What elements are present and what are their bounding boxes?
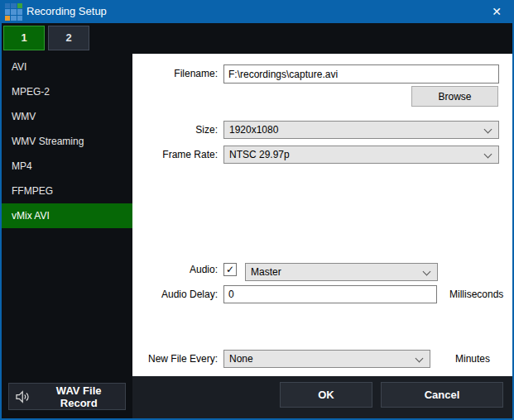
filename-input[interactable] xyxy=(223,64,499,84)
cancel-button[interactable]: Cancel xyxy=(381,382,503,408)
settings-panel: Filename: Browse Size: 1920x1080 Frame R… xyxy=(132,54,512,376)
close-icon[interactable]: ✕ xyxy=(483,0,511,23)
sidebar-item-mp4[interactable]: MP4 xyxy=(2,154,132,179)
sidebar-item-mpeg2[interactable]: MPEG-2 xyxy=(2,79,132,104)
sidebar-item-avi[interactable]: AVI xyxy=(2,55,132,79)
browse-button[interactable]: Browse xyxy=(411,86,498,107)
ok-button[interactable]: OK xyxy=(280,382,372,408)
audio-delay-unit-label: Milliseconds xyxy=(449,285,503,303)
dialog-body: 1 2 AVI MPEG-2 WMV WMV Streaming MP4 FFM… xyxy=(2,23,512,418)
audio-source-value: Master xyxy=(251,266,281,278)
new-file-every-value: None xyxy=(229,353,253,365)
sidebar-item-vmix-avi[interactable]: vMix AVI xyxy=(2,203,132,228)
new-file-every-select[interactable]: None xyxy=(223,350,430,368)
audio-delay-input[interactable] xyxy=(223,285,437,303)
sidebar-item-wmv[interactable]: WMV xyxy=(2,104,132,129)
audio-delay-label: Audio Delay: xyxy=(132,285,218,303)
sidebar-item-ffmpeg[interactable]: FFMPEG xyxy=(2,179,132,203)
chevron-down-icon xyxy=(423,268,431,276)
framerate-value: NTSC 29.97p xyxy=(229,149,290,160)
new-file-every-label: New File Every: xyxy=(132,350,218,368)
new-file-unit-label: Minutes xyxy=(455,350,490,368)
bottom-bar: OK Cancel xyxy=(132,376,512,418)
speaker-icon xyxy=(16,390,30,403)
size-select[interactable]: 1920x1080 xyxy=(223,121,499,139)
sidebar-item-wmv-streaming[interactable]: WMV Streaming xyxy=(2,129,132,154)
framerate-label: Frame Rate: xyxy=(132,146,218,164)
filename-label: Filename: xyxy=(132,64,218,84)
audio-label: Audio: xyxy=(132,260,218,279)
framerate-select[interactable]: NTSC 29.97p xyxy=(223,146,499,164)
chevron-down-icon xyxy=(484,126,492,134)
window-title: Recording Setup xyxy=(26,0,107,23)
audio-source-select[interactable]: Master xyxy=(245,263,438,281)
chevron-down-icon xyxy=(416,355,424,363)
recording-setup-window: Recording Setup ✕ 1 2 AVI MPEG-2 WMV WMV… xyxy=(0,0,514,420)
audio-checkbox[interactable]: ✓ xyxy=(223,263,237,276)
size-label: Size: xyxy=(132,121,218,139)
wav-file-record-button[interactable]: WAV File Record xyxy=(8,383,126,410)
size-value: 1920x1080 xyxy=(229,124,278,136)
wav-file-record-label: WAV File Record xyxy=(37,384,120,409)
tab-recorder-1[interactable]: 1 xyxy=(3,26,45,50)
tab-recorder-2[interactable]: 2 xyxy=(48,26,89,50)
chevron-down-icon xyxy=(484,150,492,159)
vmix-logo-icon xyxy=(5,3,22,21)
title-bar: Recording Setup ✕ xyxy=(0,0,514,23)
